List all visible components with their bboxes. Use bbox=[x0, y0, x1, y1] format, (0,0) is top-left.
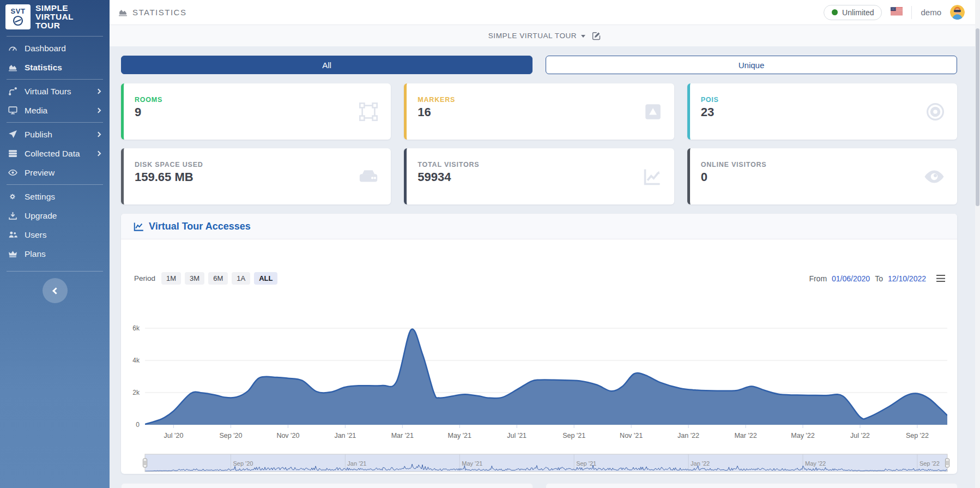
sidebar-item-publish[interactable]: Publish bbox=[0, 125, 110, 144]
stat-card-total-visitors: TOTAL VISITORS 59934 bbox=[404, 148, 674, 204]
eye-icon bbox=[923, 166, 945, 188]
sidebar-collapse-button[interactable] bbox=[43, 278, 68, 303]
sidebar-divider bbox=[7, 122, 103, 123]
card-label: MARKERS bbox=[418, 96, 662, 104]
chart-area-icon bbox=[8, 63, 18, 72]
chart-context-menu-icon[interactable] bbox=[936, 275, 945, 282]
sidebar-item-media[interactable]: Media bbox=[0, 101, 110, 120]
stat-card-rooms: ROOMS 9 bbox=[121, 83, 391, 140]
period-1a-button[interactable]: 1A bbox=[232, 272, 250, 285]
card-label: ONLINE VISITORS bbox=[701, 161, 945, 168]
svg-text:Sep '22: Sep '22 bbox=[906, 432, 929, 439]
svg-text:2k: 2k bbox=[132, 389, 140, 396]
chart-navigator[interactable]: Sep '20Jan '21May '21Sep '21Jan '22May '… bbox=[121, 454, 957, 474]
stat-card-pois: POIS 23 bbox=[687, 83, 957, 140]
sidebar-item-virtual-tours[interactable]: Virtual Tours bbox=[0, 82, 110, 101]
topbar-divider bbox=[911, 6, 912, 19]
svg-text:6k: 6k bbox=[132, 324, 140, 332]
image-marker-icon bbox=[644, 103, 662, 121]
sidebar-item-upgrade[interactable]: Upgrade bbox=[0, 206, 110, 225]
sidebar-item-statistics[interactable]: Statistics bbox=[0, 58, 110, 77]
sidebar-divider bbox=[7, 271, 103, 272]
sidebar-item-preview[interactable]: Preview bbox=[0, 163, 110, 182]
svg-text:0: 0 bbox=[136, 421, 140, 429]
to-label: To bbox=[875, 274, 883, 283]
svg-text:4k: 4k bbox=[132, 357, 140, 364]
sidebar-item-settings[interactable]: Settings bbox=[0, 187, 110, 206]
date-range: From 01/06/2020 To 12/10/2022 bbox=[809, 274, 945, 283]
svg-text:May '22: May '22 bbox=[805, 460, 826, 467]
card-value: 9 bbox=[135, 105, 379, 119]
card-label: ROOMS bbox=[135, 96, 379, 104]
svt-circle-icon bbox=[12, 15, 24, 27]
period-3m-button[interactable]: 3M bbox=[185, 272, 204, 285]
card-label: TOTAL VISITORS bbox=[418, 161, 662, 168]
brand-abbr: SVT bbox=[11, 8, 26, 15]
virtual-tour-accesses-panel: Virtual Tour Accesses Period 1M 3M 6M 1A… bbox=[121, 214, 957, 474]
chevron-right-icon bbox=[96, 89, 101, 94]
svg-text:Jul '22: Jul '22 bbox=[850, 432, 870, 439]
publish-icon bbox=[8, 130, 18, 139]
plan-badge: Unlimited bbox=[824, 5, 882, 20]
upgrade-icon bbox=[8, 211, 18, 220]
tour-selector-bar: SIMPLE VIRTUAL TOUR bbox=[110, 25, 980, 46]
period-row: Period 1M 3M 6M 1A ALL From 01/06/2020 T… bbox=[134, 272, 945, 285]
from-date-input[interactable]: 01/06/2020 bbox=[832, 274, 870, 283]
svg-text:Jul '20: Jul '20 bbox=[164, 432, 184, 439]
language-flag-icon[interactable] bbox=[891, 7, 903, 17]
svg-text:Nov '21: Nov '21 bbox=[620, 432, 643, 439]
svg-text:Sep '21: Sep '21 bbox=[562, 432, 585, 439]
sidebar-divider bbox=[7, 36, 103, 37]
svg-text:May '21: May '21 bbox=[462, 460, 482, 467]
user-avatar[interactable] bbox=[950, 5, 965, 20]
chart-line-icon bbox=[134, 221, 144, 232]
username[interactable]: demo bbox=[921, 8, 941, 17]
svg-text:Nov '20: Nov '20 bbox=[276, 432, 299, 439]
sidebar-item-users[interactable]: Users bbox=[0, 225, 110, 244]
users-icon bbox=[8, 230, 18, 239]
filter-unique-button[interactable]: Unique bbox=[546, 56, 957, 74]
svg-text:Mar '22: Mar '22 bbox=[734, 432, 757, 439]
sidebar-divider bbox=[7, 79, 103, 80]
chevron-right-icon bbox=[96, 151, 101, 156]
stat-card-online-visitors: ONLINE VISITORS 0 bbox=[687, 148, 957, 204]
period-1m-button[interactable]: 1M bbox=[161, 272, 181, 285]
statistics-icon bbox=[118, 8, 128, 17]
brand-name: SIMPLE VIRTUAL TOUR bbox=[35, 4, 74, 30]
period-6m-button[interactable]: 6M bbox=[208, 272, 228, 285]
page-scrollbar-thumb[interactable] bbox=[976, 28, 979, 206]
stat-card-markers: MARKERS 16 bbox=[404, 83, 674, 140]
card-value: 16 bbox=[418, 105, 662, 119]
edit-icon[interactable] bbox=[592, 31, 601, 40]
accesses-area-chart[interactable]: 02k4k6kJul '20Sep '20Nov '20Jan '21Mar '… bbox=[121, 295, 957, 444]
period-label: Period bbox=[134, 274, 155, 282]
svt-logo-icon: SVT bbox=[5, 4, 31, 29]
svg-text:Sep '20: Sep '20 bbox=[233, 460, 253, 467]
sidebar-item-collected-data[interactable]: Collected Data bbox=[0, 144, 110, 163]
chevron-right-icon bbox=[96, 132, 101, 137]
sidebar-item-plans[interactable]: Plans bbox=[0, 244, 110, 263]
svg-text:Sep '20: Sep '20 bbox=[219, 432, 242, 439]
svg-text:May '22: May '22 bbox=[791, 432, 814, 439]
stat-card-disk-space: DISK SPACE USED 159.65 MB bbox=[121, 148, 391, 204]
to-date-input[interactable]: 12/10/2022 bbox=[888, 274, 926, 283]
svg-text:Sep '22: Sep '22 bbox=[919, 460, 940, 467]
card-value: 0 bbox=[701, 170, 945, 184]
database-icon bbox=[8, 149, 18, 158]
svg-text:Jan '21: Jan '21 bbox=[347, 460, 366, 467]
topbar: STATISTICS Unlimited demo bbox=[110, 0, 980, 25]
period-all-button[interactable]: ALL bbox=[254, 272, 277, 285]
tour-selector[interactable]: SIMPLE VIRTUAL TOUR bbox=[488, 32, 577, 40]
eye-icon bbox=[8, 168, 18, 177]
caret-down-icon[interactable] bbox=[581, 35, 585, 38]
chevron-right-icon bbox=[96, 108, 101, 113]
sidebar-item-dashboard[interactable]: Dashboard bbox=[0, 39, 110, 58]
filter-all-button[interactable]: All bbox=[121, 56, 533, 74]
brand-logo: SVT SIMPLE VIRTUAL TOUR bbox=[0, 0, 110, 34]
chart-line-icon bbox=[643, 167, 662, 186]
hdd-icon bbox=[358, 166, 379, 187]
page-scrollbar bbox=[975, 0, 980, 488]
card-label: POIS bbox=[701, 96, 945, 104]
settings-icon bbox=[8, 192, 18, 201]
panel-title: Virtual Tour Accesses bbox=[149, 221, 251, 232]
